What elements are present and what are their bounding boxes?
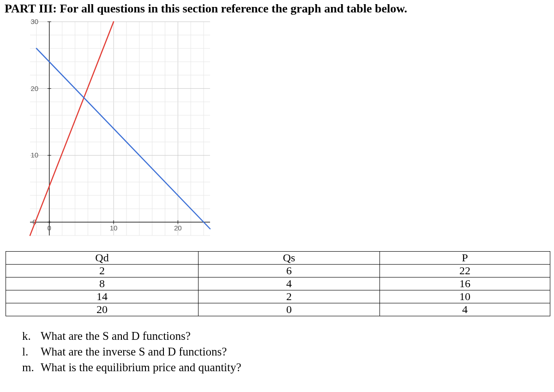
- cell: 20: [6, 303, 199, 316]
- svg-text:10: 10: [110, 224, 118, 232]
- question-text: What are the S and D functions?: [41, 328, 554, 344]
- svg-text:20: 20: [30, 84, 38, 92]
- cell: 16: [380, 277, 550, 290]
- question-marker: l.: [22, 344, 41, 360]
- col-header-p: P: [380, 252, 550, 265]
- question-item: k. What are the S and D functions?: [22, 328, 554, 344]
- col-header-qd: Qd: [6, 252, 199, 265]
- cell: 14: [6, 290, 199, 303]
- cell: 4: [199, 277, 380, 290]
- section-heading: PART III: For all questions in this sect…: [0, 0, 554, 19]
- cell: 2: [6, 265, 199, 277]
- cell: 8: [6, 277, 199, 290]
- svg-text:0: 0: [48, 224, 51, 232]
- question-text: What are the inverse S and D functions?: [41, 344, 554, 360]
- supply-demand-table: Qd Qs P 2 6 22 8 4 16 14 2 10 20 0: [6, 251, 550, 316]
- question-marker: k.: [22, 328, 41, 344]
- cell: 0: [199, 303, 380, 316]
- cell: 6: [199, 265, 380, 277]
- questions-list: k. What are the S and D functions? l. Wh…: [22, 328, 554, 375]
- question-item: l. What are the inverse S and D function…: [22, 344, 554, 360]
- cell: 4: [380, 303, 550, 316]
- svg-text:20: 20: [174, 224, 182, 232]
- data-table-container: Qd Qs P 2 6 22 8 4 16 14 2 10 20 0: [6, 251, 550, 316]
- cell: 22: [380, 265, 550, 277]
- svg-line-48: [36, 48, 210, 229]
- cell: 2: [199, 290, 380, 303]
- cell: 10: [380, 290, 550, 303]
- question-text: What is the equilibrium price and quanti…: [41, 360, 554, 375]
- question-item: m. What is the equilibrium price and qua…: [22, 360, 554, 375]
- question-marker: m.: [22, 360, 41, 375]
- svg-text:10: 10: [30, 151, 38, 159]
- supply-demand-chart: 010200102030: [5, 19, 212, 250]
- svg-text:30: 30: [30, 19, 38, 25]
- col-header-qs: Qs: [199, 252, 380, 265]
